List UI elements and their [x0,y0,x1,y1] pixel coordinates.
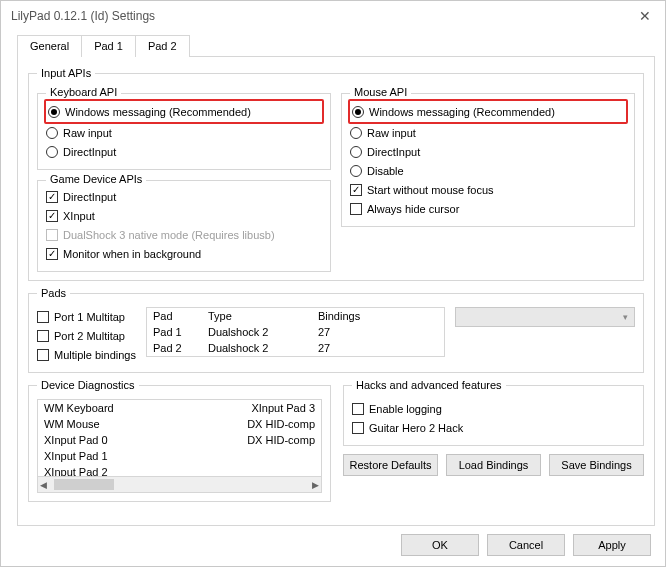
check-xinput[interactable]: XInput [46,206,322,225]
check-start-without-focus[interactable]: Start without mouse focus [350,180,626,199]
check-port2-multitap[interactable]: Port 2 Multitap [37,326,136,345]
window-title: LilyPad 0.12.1 (Id) Settings [11,9,155,23]
check-label: Monitor when in background [63,248,201,260]
check-directinput[interactable]: DirectInput [46,187,322,206]
legend-keyboard-api: Keyboard API [46,86,121,98]
radio-label: DirectInput [63,146,116,158]
check-guitar-hero-2[interactable]: Guitar Hero 2 Hack [352,418,635,437]
radio-icon [48,106,60,118]
cell-pad: Pad 1 [153,326,208,338]
checkbox-icon [46,248,58,260]
legend-input-apis: Input APIs [37,67,95,79]
legend-hacks: Hacks and advanced features [352,379,506,391]
table-row[interactable]: Pad 1 Dualshock 2 27 [147,324,444,340]
pad-type-dropdown[interactable]: ▾ [455,307,635,327]
table-header: Pad Type Bindings [147,308,444,324]
checkbox-icon [46,229,58,241]
cancel-button[interactable]: Cancel [487,534,565,556]
highlight-mouse-wm: Windows messaging (Recommended) [348,99,628,124]
checkbox-icon [46,191,58,203]
check-label: DualShock 3 native mode (Requires libusb… [63,229,275,241]
radio-icon [46,127,58,139]
table-row[interactable]: Pad 2 Dualshock 2 27 [147,340,444,356]
scroll-left-icon[interactable]: ◀ [40,480,47,490]
radio-keyboard-raw[interactable]: Raw input [46,123,322,142]
group-mouse-api: Mouse API Windows messaging (Recommended… [341,93,635,227]
close-icon[interactable]: ✕ [625,1,665,31]
diagnostics-list[interactable]: WM Keyboard XInput Pad 3 WM Mouse DX HID… [37,399,322,493]
radio-label: Windows messaging (Recommended) [369,106,555,118]
radio-label: Raw input [367,127,416,139]
check-dualshock3: DualShock 3 native mode (Requires libusb… [46,225,322,244]
highlight-keyboard-wm: Windows messaging (Recommended) [44,99,324,124]
check-enable-logging[interactable]: Enable logging [352,399,635,418]
cell-bindings: 27 [318,342,438,354]
check-always-hide-cursor[interactable]: Always hide cursor [350,199,626,218]
apply-button[interactable]: Apply [573,534,651,556]
restore-defaults-button[interactable]: Restore Defaults [343,454,438,476]
radio-mouse-directinput[interactable]: DirectInput [350,142,626,161]
scroll-thumb[interactable] [54,479,114,490]
list-item[interactable]: WM Mouse DX HID-comp [38,416,321,432]
tab-general[interactable]: General [17,35,82,57]
radio-icon [350,127,362,139]
tabpanel-general: Input APIs Keyboard API Windows messagin… [17,56,655,526]
check-port1-multitap[interactable]: Port 1 Multitap [37,307,136,326]
checkbox-icon [350,203,362,215]
check-label: Port 2 Multitap [54,330,125,342]
col-pad: Pad [153,310,208,322]
scroll-right-icon[interactable]: ▶ [312,480,319,490]
tabstrip: General Pad 1 Pad 2 [17,35,655,57]
radio-mouse-raw[interactable]: Raw input [350,123,626,142]
check-label: Start without mouse focus [367,184,494,196]
checkbox-icon [37,311,49,323]
legend-pads: Pads [37,287,70,299]
diag-right: DX HID-comp [247,416,315,432]
check-monitor-background[interactable]: Monitor when in background [46,244,322,263]
tab-pad2[interactable]: Pad 2 [135,35,190,57]
diag-left: WM Mouse [44,416,247,432]
list-item[interactable]: XInput Pad 1 [38,448,321,464]
chevron-down-icon: ▾ [623,312,628,322]
check-multiple-bindings[interactable]: Multiple bindings [37,345,136,364]
checkbox-icon [352,403,364,415]
check-label: Guitar Hero 2 Hack [369,422,463,434]
group-input-apis: Input APIs Keyboard API Windows messagin… [28,67,644,281]
save-bindings-button[interactable]: Save Bindings [549,454,644,476]
check-label: XInput [63,210,95,222]
check-label: Port 1 Multitap [54,311,125,323]
legend-game-device-apis: Game Device APIs [46,173,146,185]
check-label: Always hide cursor [367,203,459,215]
cell-pad: Pad 2 [153,342,208,354]
radio-label: Windows messaging (Recommended) [65,106,251,118]
horizontal-scrollbar[interactable]: ◀ ▶ [38,476,321,492]
diag-right: XInput Pad 3 [251,400,315,416]
group-device-diagnostics: Device Diagnostics WM Keyboard XInput Pa… [28,379,331,502]
radio-mouse-disable[interactable]: Disable [350,161,626,180]
col-bindings: Bindings [318,310,438,322]
group-hacks: Hacks and advanced features Enable loggi… [343,379,644,446]
radio-mouse-wm[interactable]: Windows messaging (Recommended) [352,102,624,121]
ok-button[interactable]: OK [401,534,479,556]
radio-icon [46,146,58,158]
pads-table[interactable]: Pad Type Bindings Pad 1 Dualshock 2 27 P… [146,307,445,357]
legend-device-diagnostics: Device Diagnostics [37,379,139,391]
check-label: DirectInput [63,191,116,203]
radio-keyboard-wm[interactable]: Windows messaging (Recommended) [48,102,320,121]
checkbox-icon [352,422,364,434]
radio-label: DirectInput [367,146,420,158]
radio-keyboard-directinput[interactable]: DirectInput [46,142,322,161]
list-item[interactable]: WM Keyboard XInput Pad 3 [38,400,321,416]
checkbox-icon [37,349,49,361]
group-keyboard-api: Keyboard API Windows messaging (Recommen… [37,93,331,170]
cell-bindings: 27 [318,326,438,338]
col-type: Type [208,310,318,322]
radio-icon [350,146,362,158]
list-item[interactable]: XInput Pad 0 DX HID-comp [38,432,321,448]
group-pads: Pads Port 1 Multitap Port 2 Multitap Mul… [28,287,644,373]
cell-type: Dualshock 2 [208,342,318,354]
radio-label: Raw input [63,127,112,139]
tab-pad1[interactable]: Pad 1 [81,35,136,57]
load-bindings-button[interactable]: Load Bindings [446,454,541,476]
diag-left: WM Keyboard [44,400,251,416]
